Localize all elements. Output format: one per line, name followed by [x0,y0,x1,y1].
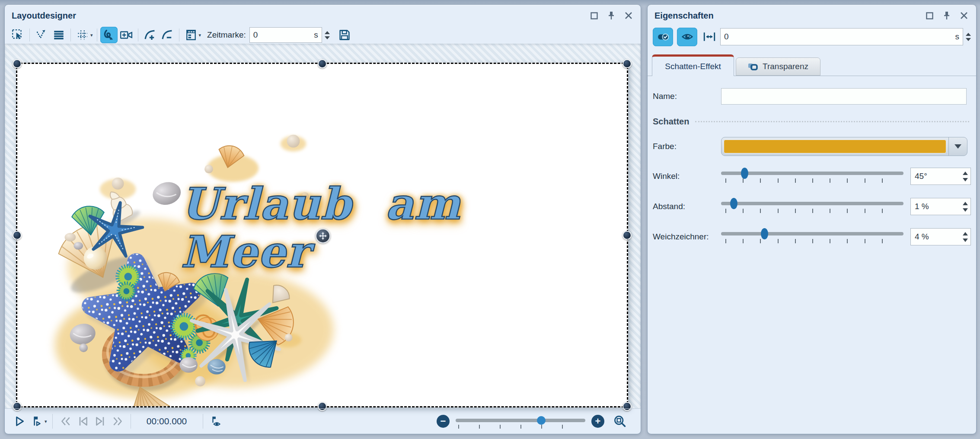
layoutdesigner-titlebar: Layoutdesigner [5,5,641,25]
resize-handle-middle-right[interactable] [622,231,632,240]
time-display: 00:00.000 [141,416,192,426]
resize-handle-middle-left[interactable] [13,231,22,240]
section-divider [695,121,969,122]
close-icon[interactable] [955,9,973,22]
grid-icon[interactable] [74,27,91,43]
zoom-slider[interactable] [456,414,585,429]
abstand-value-input[interactable]: 1 % [910,198,971,215]
object-enabled-toggle-icon[interactable] [653,28,673,46]
visibility-eye-icon[interactable] [677,28,697,46]
zoom-fit-icon[interactable] [611,413,629,430]
weichzeichner-slider-thumb[interactable] [761,228,768,239]
zoom-out-icon[interactable]: − [437,415,450,428]
winkel-spinner[interactable] [963,172,968,181]
eigenschaften-titlebar: Eigenschaften [648,5,976,25]
time-offset-input[interactable]: 0 s [720,28,963,45]
tab-schatten-effekt[interactable]: Schatten-Effekt [652,54,734,76]
move-handle[interactable] [316,229,330,243]
next-frame-icon[interactable] [92,413,109,430]
motion-path-tool-icon[interactable] [100,27,118,43]
maximize-icon[interactable] [585,9,603,22]
play-options-dropdown-icon[interactable]: ▾ [45,419,47,424]
weichzeichner-label: Weichzeichner: [653,232,721,242]
canvas-headline-text[interactable]: Urlaub am Meer [181,180,578,276]
skip-to-start-icon[interactable] [57,413,74,430]
layout-canvas[interactable]: Urlaub am Meer [16,63,628,407]
show-marker-icon[interactable] [207,413,225,430]
abstand-row: Abstand: 1 % [653,197,971,216]
properties-toolbar: 0 s [648,25,976,49]
previous-frame-icon[interactable] [74,413,92,430]
abstand-spinner[interactable] [963,202,968,212]
duration-icon [703,30,716,43]
tab-transparenz[interactable]: Transparenz [736,57,820,76]
resize-handle-top-left[interactable] [13,59,22,68]
farbe-row: Farbe: [653,137,971,156]
zoom-in-icon[interactable]: + [591,415,604,428]
zeitmarke-label: Zeitmarke: [207,30,246,40]
edit-path-points-icon[interactable] [33,27,50,43]
play-from-marker-icon[interactable] [28,413,45,430]
weichzeichner-slider[interactable] [721,227,903,247]
winkel-slider-thumb[interactable] [741,168,748,179]
pin-icon[interactable] [938,9,955,22]
winkel-value-input[interactable]: 45° [910,168,971,185]
save-icon[interactable] [336,27,353,43]
color-dropdown-icon[interactable] [948,137,967,156]
camera-pan-icon[interactable] [118,27,135,43]
layout-toolbar: ▾ ▾ Zeitmarke: 0 s [5,25,641,45]
section-title: Schatten [653,117,689,127]
farbe-label: Farbe: [653,142,721,151]
weichzeichner-row: Weichzeichner: 4 % [653,227,971,247]
zeitmarke-input[interactable]: 0 s [249,27,322,43]
maximize-icon[interactable] [921,9,938,22]
panel-title: Eigenschaften [654,11,714,21]
schatten-section-header: Schatten [653,117,971,127]
resize-handle-top-middle[interactable] [318,59,327,68]
name-input[interactable] [721,88,967,105]
zoom-controls: − + [437,413,629,430]
abstand-label: Abstand: [653,202,721,211]
grid-dropdown-icon[interactable]: ▾ [90,32,93,38]
select-tool-icon[interactable] [9,27,26,43]
resize-handle-top-right[interactable] [622,59,632,68]
canvas-workspace: Urlaub am Meer [5,44,641,409]
play-icon[interactable] [11,413,28,430]
name-row: Name: [653,88,971,105]
table-dropdown-icon[interactable]: ▾ [199,32,201,38]
weichzeichner-spinner[interactable] [963,232,968,242]
abstand-slider-thumb[interactable] [730,198,737,209]
eigenschaften-panel: Eigenschaften 0 s Schatten-Effekt [647,4,977,434]
remove-curve-point-icon[interactable] [159,27,176,43]
skip-to-end-icon[interactable] [109,413,126,430]
shadow-color-picker[interactable] [721,137,967,156]
time-offset-spinner[interactable] [966,33,971,41]
zoom-slider-thumb[interactable] [537,416,546,425]
abstand-slider[interactable] [721,197,903,216]
layoutdesigner-panel: Layoutdesigner ▾ [4,4,641,434]
sea-urchin-buttons-left [118,266,139,299]
playback-toolbar: ▾ 00:00.000 − + [5,408,641,434]
zeitmarke-spinner[interactable] [325,31,330,39]
winkel-row: Winkel: 45° [653,166,971,186]
pin-icon[interactable] [603,9,620,22]
properties-content: Name: Schatten Farbe: Winkel: 45° [648,76,976,247]
winkel-slider[interactable] [721,166,903,186]
name-label: Name: [653,92,721,101]
winkel-label: Winkel: [653,172,721,181]
properties-tabs: Schatten-Effekt Transparenz [648,54,976,76]
panel-title: Layoutdesigner [12,11,76,21]
table-view-icon[interactable] [182,27,200,43]
close-icon[interactable] [620,9,637,22]
transparenz-icon [748,61,759,72]
color-swatch [724,140,946,153]
weichzeichner-value-input[interactable]: 4 % [910,228,971,245]
layers-rows-icon[interactable] [50,27,67,43]
add-curve-point-icon[interactable] [141,27,159,43]
